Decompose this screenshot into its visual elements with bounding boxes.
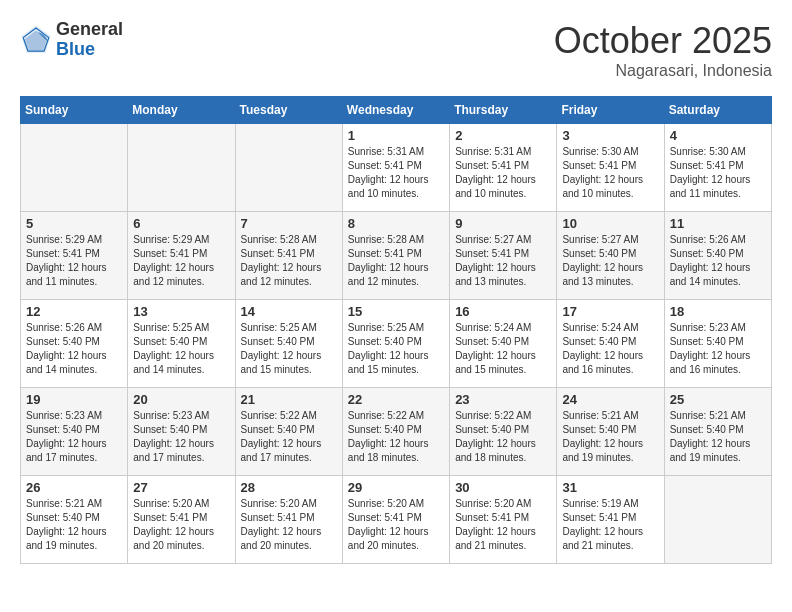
calendar-cell: 7Sunrise: 5:28 AM Sunset: 5:41 PM Daylig… [235,212,342,300]
day-info: Sunrise: 5:27 AM Sunset: 5:40 PM Dayligh… [562,233,658,289]
day-info: Sunrise: 5:28 AM Sunset: 5:41 PM Dayligh… [348,233,444,289]
calendar-cell: 29Sunrise: 5:20 AM Sunset: 5:41 PM Dayli… [342,476,449,564]
day-info: Sunrise: 5:28 AM Sunset: 5:41 PM Dayligh… [241,233,337,289]
day-number: 27 [133,480,229,495]
calendar-cell: 10Sunrise: 5:27 AM Sunset: 5:40 PM Dayli… [557,212,664,300]
day-number: 14 [241,304,337,319]
day-number: 26 [26,480,122,495]
day-number: 13 [133,304,229,319]
day-info: Sunrise: 5:29 AM Sunset: 5:41 PM Dayligh… [26,233,122,289]
day-info: Sunrise: 5:20 AM Sunset: 5:41 PM Dayligh… [348,497,444,553]
header-wednesday: Wednesday [342,97,449,124]
calendar-cell [21,124,128,212]
day-info: Sunrise: 5:31 AM Sunset: 5:41 PM Dayligh… [348,145,444,201]
day-number: 18 [670,304,766,319]
week-row-4: 19Sunrise: 5:23 AM Sunset: 5:40 PM Dayli… [21,388,772,476]
calendar-cell: 2Sunrise: 5:31 AM Sunset: 5:41 PM Daylig… [450,124,557,212]
day-info: Sunrise: 5:25 AM Sunset: 5:40 PM Dayligh… [348,321,444,377]
logo-blue-text: Blue [56,40,123,60]
day-number: 23 [455,392,551,407]
calendar-cell: 8Sunrise: 5:28 AM Sunset: 5:41 PM Daylig… [342,212,449,300]
day-info: Sunrise: 5:20 AM Sunset: 5:41 PM Dayligh… [133,497,229,553]
header-monday: Monday [128,97,235,124]
calendar-cell: 12Sunrise: 5:26 AM Sunset: 5:40 PM Dayli… [21,300,128,388]
day-info: Sunrise: 5:23 AM Sunset: 5:40 PM Dayligh… [133,409,229,465]
calendar-cell: 31Sunrise: 5:19 AM Sunset: 5:41 PM Dayli… [557,476,664,564]
day-info: Sunrise: 5:21 AM Sunset: 5:40 PM Dayligh… [670,409,766,465]
day-info: Sunrise: 5:19 AM Sunset: 5:41 PM Dayligh… [562,497,658,553]
calendar-cell: 30Sunrise: 5:20 AM Sunset: 5:41 PM Dayli… [450,476,557,564]
day-info: Sunrise: 5:23 AM Sunset: 5:40 PM Dayligh… [26,409,122,465]
day-info: Sunrise: 5:21 AM Sunset: 5:40 PM Dayligh… [26,497,122,553]
header-row: SundayMondayTuesdayWednesdayThursdayFrid… [21,97,772,124]
calendar-cell: 17Sunrise: 5:24 AM Sunset: 5:40 PM Dayli… [557,300,664,388]
day-number: 21 [241,392,337,407]
header-saturday: Saturday [664,97,771,124]
day-number: 3 [562,128,658,143]
day-info: Sunrise: 5:20 AM Sunset: 5:41 PM Dayligh… [455,497,551,553]
calendar-cell: 9Sunrise: 5:27 AM Sunset: 5:41 PM Daylig… [450,212,557,300]
calendar-cell: 6Sunrise: 5:29 AM Sunset: 5:41 PM Daylig… [128,212,235,300]
day-number: 30 [455,480,551,495]
logo: General Blue [20,20,123,60]
day-info: Sunrise: 5:29 AM Sunset: 5:41 PM Dayligh… [133,233,229,289]
day-info: Sunrise: 5:21 AM Sunset: 5:40 PM Dayligh… [562,409,658,465]
day-number: 29 [348,480,444,495]
day-number: 2 [455,128,551,143]
logo-general-text: General [56,20,123,40]
week-row-5: 26Sunrise: 5:21 AM Sunset: 5:40 PM Dayli… [21,476,772,564]
week-row-3: 12Sunrise: 5:26 AM Sunset: 5:40 PM Dayli… [21,300,772,388]
day-number: 20 [133,392,229,407]
calendar-cell: 16Sunrise: 5:24 AM Sunset: 5:40 PM Dayli… [450,300,557,388]
day-info: Sunrise: 5:20 AM Sunset: 5:41 PM Dayligh… [241,497,337,553]
day-info: Sunrise: 5:22 AM Sunset: 5:40 PM Dayligh… [241,409,337,465]
day-info: Sunrise: 5:22 AM Sunset: 5:40 PM Dayligh… [348,409,444,465]
calendar-cell: 21Sunrise: 5:22 AM Sunset: 5:40 PM Dayli… [235,388,342,476]
day-number: 31 [562,480,658,495]
day-info: Sunrise: 5:26 AM Sunset: 5:40 PM Dayligh… [26,321,122,377]
day-number: 15 [348,304,444,319]
day-info: Sunrise: 5:30 AM Sunset: 5:41 PM Dayligh… [562,145,658,201]
title-block: October 2025 Nagarasari, Indonesia [554,20,772,80]
day-number: 6 [133,216,229,231]
header-tuesday: Tuesday [235,97,342,124]
day-info: Sunrise: 5:25 AM Sunset: 5:40 PM Dayligh… [241,321,337,377]
day-info: Sunrise: 5:26 AM Sunset: 5:40 PM Dayligh… [670,233,766,289]
day-number: 16 [455,304,551,319]
day-info: Sunrise: 5:27 AM Sunset: 5:41 PM Dayligh… [455,233,551,289]
calendar-cell: 22Sunrise: 5:22 AM Sunset: 5:40 PM Dayli… [342,388,449,476]
day-number: 1 [348,128,444,143]
day-info: Sunrise: 5:22 AM Sunset: 5:40 PM Dayligh… [455,409,551,465]
calendar-table: SundayMondayTuesdayWednesdayThursdayFrid… [20,96,772,564]
calendar-cell: 11Sunrise: 5:26 AM Sunset: 5:40 PM Dayli… [664,212,771,300]
calendar-cell: 27Sunrise: 5:20 AM Sunset: 5:41 PM Dayli… [128,476,235,564]
calendar-cell: 20Sunrise: 5:23 AM Sunset: 5:40 PM Dayli… [128,388,235,476]
day-info: Sunrise: 5:30 AM Sunset: 5:41 PM Dayligh… [670,145,766,201]
calendar-cell: 19Sunrise: 5:23 AM Sunset: 5:40 PM Dayli… [21,388,128,476]
calendar-cell: 23Sunrise: 5:22 AM Sunset: 5:40 PM Dayli… [450,388,557,476]
day-info: Sunrise: 5:24 AM Sunset: 5:40 PM Dayligh… [562,321,658,377]
day-number: 25 [670,392,766,407]
month-title: October 2025 [554,20,772,62]
day-number: 5 [26,216,122,231]
logo-icon [20,24,52,56]
calendar-cell: 25Sunrise: 5:21 AM Sunset: 5:40 PM Dayli… [664,388,771,476]
day-info: Sunrise: 5:24 AM Sunset: 5:40 PM Dayligh… [455,321,551,377]
calendar-cell [235,124,342,212]
location: Nagarasari, Indonesia [554,62,772,80]
calendar-cell: 3Sunrise: 5:30 AM Sunset: 5:41 PM Daylig… [557,124,664,212]
day-number: 7 [241,216,337,231]
day-number: 17 [562,304,658,319]
day-info: Sunrise: 5:25 AM Sunset: 5:40 PM Dayligh… [133,321,229,377]
header-friday: Friday [557,97,664,124]
calendar-cell: 4Sunrise: 5:30 AM Sunset: 5:41 PM Daylig… [664,124,771,212]
calendar-cell [664,476,771,564]
calendar-cell: 26Sunrise: 5:21 AM Sunset: 5:40 PM Dayli… [21,476,128,564]
calendar-cell: 15Sunrise: 5:25 AM Sunset: 5:40 PM Dayli… [342,300,449,388]
day-number: 28 [241,480,337,495]
page-header: General Blue October 2025 Nagarasari, In… [20,20,772,80]
calendar-cell: 14Sunrise: 5:25 AM Sunset: 5:40 PM Dayli… [235,300,342,388]
day-info: Sunrise: 5:23 AM Sunset: 5:40 PM Dayligh… [670,321,766,377]
header-sunday: Sunday [21,97,128,124]
day-number: 24 [562,392,658,407]
